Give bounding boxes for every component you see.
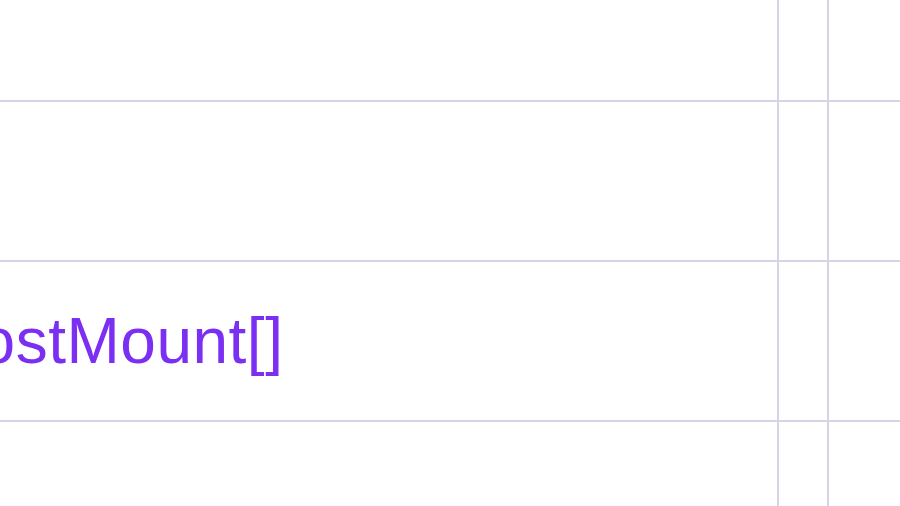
table-row (0, 421, 900, 506)
empty-cell (778, 101, 828, 261)
empty-cell (778, 421, 828, 506)
table-row: .. (0, 0, 900, 101)
type-cell (0, 421, 778, 506)
table-row: astoreHostMount[] (0, 261, 900, 421)
empty-cell (828, 261, 900, 421)
type-cell: er[] (0, 101, 778, 261)
empty-cell (828, 421, 900, 506)
table-row: er[] (0, 101, 900, 261)
type-table: .. er[] astoreHostMount[] (0, 0, 900, 506)
type-link[interactable]: astoreHostMount[] (0, 305, 283, 377)
empty-cell (778, 261, 828, 421)
type-table-fragment: .. er[] astoreHostMount[] (0, 0, 900, 506)
type-cell: astoreHostMount[] (0, 261, 778, 421)
empty-cell (778, 0, 828, 101)
empty-cell (828, 101, 900, 261)
empty-cell (828, 0, 900, 101)
type-cell: .. (0, 0, 778, 101)
